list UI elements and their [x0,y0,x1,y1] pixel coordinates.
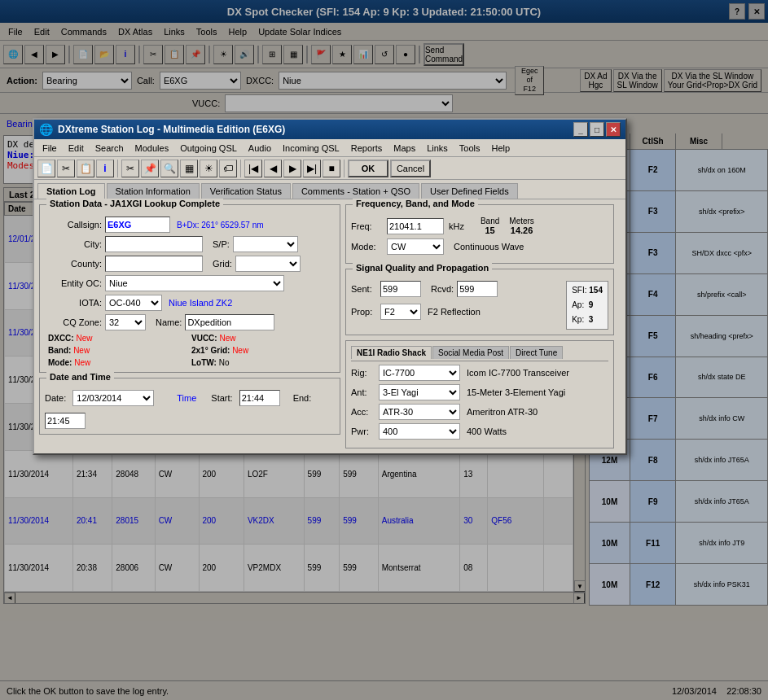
modal-menu-maps[interactable]: Maps [388,142,420,155]
tab-user-fields[interactable]: User Defined Fields [421,183,518,199]
modal-tb-extra3[interactable]: 🏷 [219,160,237,177]
tab-station-log[interactable]: Station Log [37,183,105,199]
vucc-status: VUCC: New [191,334,331,343]
tab-verification[interactable]: Verification Status [201,183,291,199]
cqzone-label: CQ Zone: [45,317,102,327]
sent-input[interactable] [380,281,421,297]
modal-tb-stop[interactable]: ■ [323,160,340,177]
acc-select[interactable]: ATR-30 [379,404,460,420]
ant-select[interactable]: 3-El Yagi [379,384,460,400]
modal-cancel-button[interactable]: Cancel [390,160,431,177]
modal-tb-cut[interactable]: ✂ [57,160,75,177]
kp-value: 3 [589,315,594,324]
left-form-col: Station Data - JA1XGI Lookup Complete Ca… [39,204,340,448]
freq-input[interactable] [387,218,444,234]
lotw-status-value: No [219,358,230,367]
rcvd-input[interactable] [457,281,498,297]
iota-select[interactable]: OC-040 [105,295,162,311]
modal-tb-sep2 [240,160,241,177]
modal-menu: File Edit Search Modules Outgoing QSL Au… [34,139,625,157]
modal-menu-reports[interactable]: Reports [346,142,388,155]
prop-row: Prop: F2 F2 Reflection [351,304,560,320]
sp-select[interactable] [233,236,298,252]
modal-close-button[interactable]: ✕ [606,122,621,137]
datetime-row: Date: 12/03/2014 Time Start: End: [45,390,335,429]
modal-minimize-button[interactable]: _ [573,122,588,137]
modal-menu-links[interactable]: Links [422,142,453,155]
band-header-sm: Band [481,217,499,225]
modal-menu-modules[interactable]: Modules [130,142,174,155]
modal-tb-info[interactable]: i [96,160,114,177]
county-input[interactable] [105,256,203,272]
modal-menu-help[interactable]: Help [487,142,516,155]
tab-station-info[interactable]: Station Information [107,183,200,199]
modal-tb-prev[interactable]: ◀ [264,160,282,177]
callsign-input[interactable] [105,217,170,233]
modal-tb-paste[interactable]: 📌 [141,160,159,177]
pwr-select[interactable]: 400 [379,423,460,440]
entity-select[interactable]: Niue [105,275,284,291]
pwr-row: Pwr: 400 400 Watts [351,423,608,440]
mode-label: Mode: [351,242,384,252]
modal-tb-first[interactable]: |◀ [244,160,262,177]
tab-comments[interactable]: Comments - Station + QSO [292,183,419,199]
modal-menu-outgoing-qsl[interactable]: Outgoing QSL [175,142,242,155]
modal-maximize-button[interactable]: □ [590,122,604,137]
ne1i-tab-direct[interactable]: Direct Tune [510,346,563,359]
rig-select[interactable]: IC-7700 [379,365,460,381]
band-status-value: New [73,346,90,355]
pwr-desc: 400 Watts [467,427,507,436]
modal-tb-extra2[interactable]: ☀ [200,160,217,177]
prop-select[interactable]: F2 [380,304,421,320]
meters-header-sm: Meters [509,217,534,225]
city-input[interactable] [105,236,203,252]
rcvd-label: Rcvd: [431,284,454,294]
modal-tb-new[interactable]: 📄 [37,160,55,177]
modal-tb-extra1[interactable]: ▦ [180,160,198,177]
lotw-status: LoTW: No [191,358,331,367]
iota-row: IOTA: OC-040 Niue Island ZK2 [45,295,335,311]
mode-select[interactable]: CW [387,238,444,255]
iota-label: IOTA: [45,298,102,308]
modal-tb-cut2[interactable]: ✂ [121,160,139,177]
cqzone-select[interactable]: 32 [105,314,146,330]
acc-row: Acc: ATR-30 Ameritron ATR-30 [351,404,608,420]
ne1i-section: NE1I Radio Shack Social Media Post Direc… [345,340,614,448]
ne1i-tab-shack[interactable]: NE1I Radio Shack [351,346,432,359]
modal-menu-edit[interactable]: Edit [64,142,89,155]
modal-menu-incoming-qsl[interactable]: Incoming QSL [278,142,345,155]
name-label: Name: [156,317,182,327]
end-input[interactable] [45,413,86,429]
ne1i-tabs: NE1I Radio Shack Social Media Post Direc… [351,346,608,361]
vucc-status-label: VUCC: [191,334,217,343]
acc-label: Acc: [351,407,375,417]
modal-tb-copy[interactable]: 📋 [77,160,94,177]
right-form-col: Frequency, Band, and Mode Freq: kHz Band… [345,204,614,448]
freq-title: Frequency, Band, and Mode [353,199,478,208]
modal-tb-find[interactable]: 🔍 [160,160,178,177]
date-select[interactable]: 12/03/2014 [72,390,154,406]
modal-tb-last[interactable]: ▶| [303,160,321,177]
grid-select[interactable] [235,256,301,272]
prop-label: Prop: [351,307,377,317]
name-input[interactable] [185,314,274,330]
lotw-status-label: LoTW: [191,358,217,367]
sfi-value: 154 [589,286,603,295]
city-row: City: S/P: [45,236,335,252]
cqzone-row: CQ Zone: 32 Name: [45,314,335,330]
modal-menu-tools[interactable]: Tools [454,142,485,155]
county-row: County: Grid: [45,256,335,272]
modal-menu-search[interactable]: Search [90,142,129,155]
mode-status-value: New [74,358,90,367]
modal-ok-button[interactable]: OK [348,160,388,177]
start-input[interactable] [239,390,280,406]
datetime-title: Date and Time [46,372,114,382]
meters-display: Meters 14.26 [509,217,534,235]
modal-tb-play[interactable]: ▶ [283,160,301,177]
sent-row: Sent: Rcvd: [351,281,560,297]
modal-menu-file[interactable]: File [37,142,62,155]
time-label: Time [177,393,196,403]
status-grid: DXCC: New VUCC: New Band: New 2x1° Grid:… [45,334,335,367]
modal-menu-audio[interactable]: Audio [244,142,276,155]
ne1i-tab-social[interactable]: Social Media Post [432,346,509,359]
